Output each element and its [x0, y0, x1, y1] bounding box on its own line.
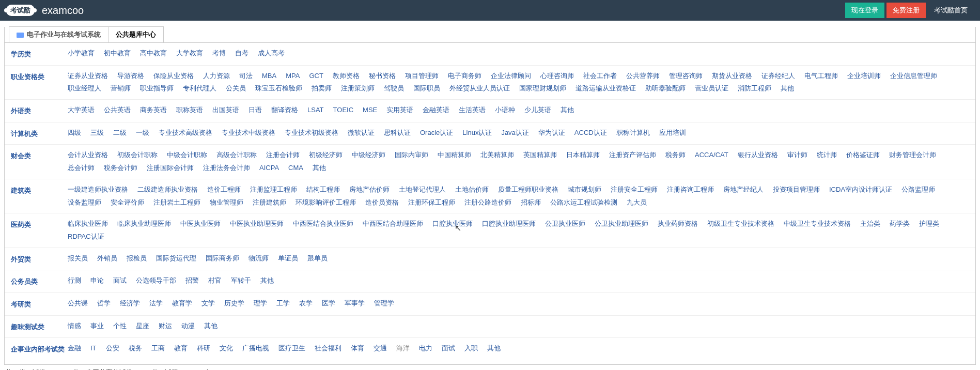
category-link[interactable]: 大学英语: [68, 104, 95, 118]
tab-public-bank[interactable]: 公共题库中心: [108, 26, 164, 42]
category-name[interactable]: 外语类: [11, 104, 68, 118]
category-link[interactable]: 导游资格: [117, 70, 144, 83]
category-link[interactable]: 期货从业资格: [712, 70, 752, 83]
category-link[interactable]: 银行从业资格: [738, 149, 778, 162]
category-link[interactable]: 管理咨询师: [669, 70, 703, 83]
category-link[interactable]: 报检员: [127, 252, 147, 266]
category-link[interactable]: 中西医结合执业医师: [293, 218, 353, 230]
tab-exam-system[interactable]: 电子作业与在线考试系统: [9, 26, 108, 42]
category-link[interactable]: 国际内审师: [395, 149, 428, 162]
category-link[interactable]: 司法: [239, 70, 253, 83]
category-link[interactable]: 安全评价师: [111, 196, 144, 209]
category-link[interactable]: RDPAC认证: [68, 230, 104, 243]
category-name[interactable]: 学历类: [11, 47, 68, 61]
category-link[interactable]: 房地产估价师: [349, 183, 390, 196]
category-link[interactable]: 小语种: [495, 104, 515, 118]
category-link[interactable]: 中西医结合助理医师: [363, 218, 423, 230]
category-link[interactable]: 设备监理师: [68, 196, 101, 209]
category-link[interactable]: 中级会计职称: [167, 149, 207, 162]
category-link[interactable]: 公卫执业医师: [545, 218, 585, 230]
category-link[interactable]: 日本精算师: [566, 149, 600, 162]
category-link[interactable]: 注册咨询工程师: [667, 183, 714, 196]
category-link[interactable]: 质量工程师职业资格: [498, 183, 558, 196]
category-link[interactable]: 企业法律顾问: [491, 70, 531, 83]
category-link[interactable]: 职称英语: [176, 104, 203, 118]
category-link[interactable]: 造价工程师: [207, 183, 241, 196]
category-link[interactable]: CMA: [288, 162, 303, 175]
category-link[interactable]: 公路水运工程试验检测: [550, 196, 617, 209]
category-link[interactable]: ACCD认证: [574, 127, 607, 141]
category-link[interactable]: 微软认证: [348, 127, 375, 141]
category-link[interactable]: 初级经济师: [309, 149, 343, 162]
category-link[interactable]: TOEIC: [333, 104, 354, 118]
category-link[interactable]: 医学: [322, 297, 335, 311]
category-link[interactable]: 房地产经纪人: [723, 183, 764, 196]
category-link[interactable]: IT: [90, 342, 97, 356]
category-link[interactable]: 报关员: [68, 252, 88, 266]
category-link[interactable]: 中国精算师: [438, 149, 471, 162]
category-link[interactable]: 情感: [68, 320, 81, 334]
category-link[interactable]: 营销师: [111, 82, 131, 95]
category-link[interactable]: 珠宝玉石检验师: [255, 82, 302, 95]
category-link[interactable]: 环境影响评价工程师: [295, 196, 356, 209]
category-link[interactable]: 中级经济师: [352, 149, 385, 162]
category-link[interactable]: ICDA室内设计师认证: [829, 183, 892, 196]
category-link[interactable]: 理学: [254, 297, 267, 311]
category-link[interactable]: 职业经理人: [68, 82, 101, 95]
category-link[interactable]: 哲学: [97, 297, 111, 311]
category-link[interactable]: 税务: [129, 342, 142, 356]
category-link[interactable]: 公卫执业助理医师: [595, 218, 648, 230]
category-link[interactable]: 电力: [419, 342, 432, 356]
category-link[interactable]: 中医执业助理医师: [230, 218, 284, 230]
category-link[interactable]: MBA: [262, 70, 276, 83]
category-link[interactable]: 土地登记代理人: [399, 183, 446, 196]
category-link[interactable]: 教育学: [172, 297, 192, 311]
category-link[interactable]: 星座: [136, 320, 149, 334]
category-link[interactable]: 主治类: [860, 218, 880, 230]
category-name[interactable]: 计算机类: [11, 127, 68, 141]
category-link[interactable]: MSE: [363, 104, 377, 118]
category-link[interactable]: 注册建筑师: [253, 196, 286, 209]
category-link[interactable]: 其他: [781, 82, 794, 95]
category-link[interactable]: 二级: [113, 127, 127, 141]
category-link[interactable]: 专利代理人: [183, 82, 216, 95]
category-link[interactable]: 土地估价师: [455, 183, 489, 196]
category-link[interactable]: 少儿英语: [524, 104, 551, 118]
category-link[interactable]: 初中教育: [104, 47, 131, 61]
login-button[interactable]: 现在登录: [845, 3, 884, 18]
category-link[interactable]: 跟单员: [307, 252, 328, 266]
category-link[interactable]: LSAT: [307, 104, 324, 118]
category-link[interactable]: 其他: [561, 104, 574, 118]
register-button[interactable]: 免费注册: [886, 3, 926, 18]
category-link[interactable]: 企业培训师: [847, 70, 881, 83]
category-link[interactable]: 注册公路造价师: [464, 196, 511, 209]
category-link[interactable]: 体育: [351, 342, 364, 356]
category-link[interactable]: 军事学: [345, 297, 365, 311]
category-link[interactable]: 农学: [299, 297, 313, 311]
category-link[interactable]: 其他: [487, 342, 501, 356]
category-link[interactable]: 注册国际会计师: [147, 162, 194, 175]
category-link[interactable]: 经济学: [120, 297, 140, 311]
category-link[interactable]: 注册安全工程师: [611, 183, 658, 196]
category-link[interactable]: 财务管理会计师: [889, 149, 936, 162]
category-link[interactable]: 高级会计职称: [216, 149, 257, 162]
home-link[interactable]: 考试酷首页: [928, 3, 974, 18]
category-link[interactable]: 入职: [464, 342, 478, 356]
category-link[interactable]: 注册法务会计师: [203, 162, 250, 175]
category-link[interactable]: 工商: [151, 342, 165, 356]
category-link[interactable]: 行测: [68, 274, 81, 288]
category-link[interactable]: 总会计师: [68, 162, 95, 175]
category-link[interactable]: 其他: [204, 320, 217, 334]
category-link[interactable]: 药学类: [890, 218, 910, 230]
category-link[interactable]: 拍卖师: [312, 82, 332, 95]
category-link[interactable]: AICPA: [259, 162, 279, 175]
category-link[interactable]: 统计师: [817, 149, 837, 162]
category-link[interactable]: 管理学: [374, 297, 394, 311]
category-link[interactable]: 四级: [68, 127, 81, 141]
category-link[interactable]: 执业药师资格: [658, 218, 698, 230]
category-link[interactable]: 中医执业医师: [180, 218, 221, 230]
category-link[interactable]: 消防工程师: [738, 82, 771, 95]
category-link[interactable]: 价格鉴证师: [846, 149, 880, 162]
category-link[interactable]: 专业技术高级资格: [159, 127, 212, 141]
category-link[interactable]: 其他: [260, 274, 274, 288]
